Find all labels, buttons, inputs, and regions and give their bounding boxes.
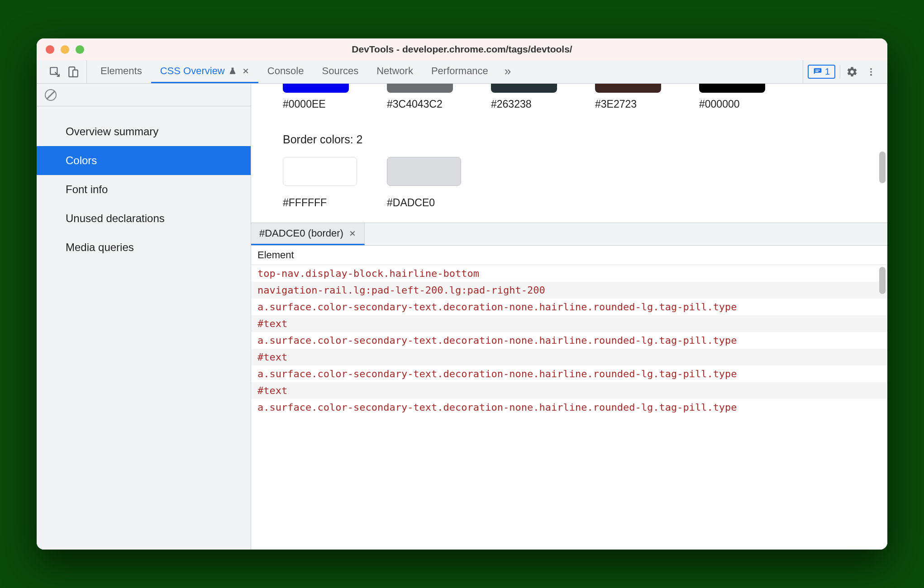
color-hex-label: #DADCE0: [387, 197, 435, 209]
tab-css-overview[interactable]: CSS Overview: [151, 60, 258, 83]
details-tab[interactable]: #DADCE0 (border): [251, 223, 365, 245]
color-swatch[interactable]: [699, 84, 765, 93]
color-swatch[interactable]: [283, 84, 349, 93]
zoom-window-button[interactable]: [76, 45, 84, 54]
sidebar-item-media-queries[interactable]: Media queries: [37, 233, 251, 262]
sidebar-item-label: Media queries: [66, 241, 134, 253]
close-tab-icon[interactable]: [242, 67, 249, 75]
color-hex-label: #0000EE: [283, 98, 326, 110]
border-colors-title: Border colors: 2: [283, 133, 856, 146]
tab-label: Sources: [322, 65, 358, 77]
element-row[interactable]: a.surface.color-secondary-text.decoratio…: [251, 299, 887, 315]
divider: [840, 65, 840, 79]
close-window-button[interactable]: [46, 45, 54, 54]
border-swatch[interactable]: [387, 157, 461, 186]
color-swatch-item: #000000: [699, 84, 765, 110]
color-swatch[interactable]: [595, 84, 661, 93]
tab-elements[interactable]: Elements: [91, 60, 151, 83]
minimize-window-button[interactable]: [61, 45, 69, 54]
color-hex-label: #3E2723: [595, 98, 637, 110]
border-swatch-item: #DADCE0: [387, 157, 461, 209]
element-row[interactable]: a.surface.color-secondary-text.decoratio…: [251, 332, 887, 349]
css-overview-sidebar: Overview summary Colors Font info Unused…: [37, 84, 251, 550]
window-title: DevTools - developer.chrome.com/tags/dev…: [37, 44, 887, 55]
element-row[interactable]: top-nav.display-block.hairline-bottom: [251, 265, 887, 282]
svg-rect-2: [73, 70, 78, 76]
border-swatch-item: #FFFFFF: [283, 157, 357, 209]
element-row[interactable]: #text: [251, 315, 887, 332]
color-hex-label: #FFFFFF: [283, 197, 327, 209]
main-toolbar: Elements CSS Overview Console Sources Ne…: [37, 60, 887, 84]
traffic-lights: [46, 45, 84, 54]
sidebar-item-font-info[interactable]: Font info: [37, 175, 251, 204]
panel-tabs: Elements CSS Overview Console Sources Ne…: [87, 60, 803, 83]
color-hex-label: #263238: [491, 98, 532, 110]
sidebar-header: [37, 84, 251, 106]
tab-label: CSS Overview: [160, 65, 225, 77]
issues-count: 1: [825, 66, 830, 77]
details-column-header: Element: [251, 246, 887, 265]
colors-content: #0000EE #3C4043C2 #263238 #3E2723: [251, 84, 887, 223]
color-swatch[interactable]: [387, 84, 453, 93]
titlebar: DevTools - developer.chrome.com/tags/dev…: [37, 38, 887, 60]
tab-label: Performance: [431, 65, 488, 77]
svg-rect-4: [815, 71, 819, 72]
color-hex-label: #3C4043C2: [387, 98, 443, 110]
color-swatch-row: #0000EE #3C4043C2 #263238 #3E2723: [283, 84, 856, 110]
svg-point-6: [870, 71, 872, 73]
color-hex-label: #000000: [699, 98, 740, 110]
issues-icon: [813, 67, 822, 76]
tab-network[interactable]: Network: [367, 60, 422, 83]
toolbar-left-group: [41, 60, 87, 83]
tab-label: Console: [267, 65, 304, 77]
sidebar-item-unused-declarations[interactable]: Unused declarations: [37, 204, 251, 233]
details-tab-label: #DADCE0 (border): [259, 228, 343, 239]
devtools-window: DevTools - developer.chrome.com/tags/dev…: [37, 38, 887, 550]
element-row[interactable]: #text: [251, 349, 887, 365]
color-swatch-item: #3E2723: [595, 84, 661, 110]
device-toolbar-icon[interactable]: [66, 65, 80, 79]
element-row[interactable]: a.surface.color-secondary-text.decoratio…: [251, 399, 887, 416]
tab-console[interactable]: Console: [258, 60, 313, 83]
svg-point-5: [870, 68, 872, 70]
details-tabbar: #DADCE0 (border): [251, 223, 887, 246]
color-swatch[interactable]: [491, 84, 557, 93]
content-panel: #0000EE #3C4043C2 #263238 #3E2723: [251, 84, 887, 550]
tab-performance[interactable]: Performance: [422, 60, 497, 83]
color-swatch-item: #263238: [491, 84, 557, 110]
border-swatch[interactable]: [283, 157, 357, 186]
sidebar-item-colors[interactable]: Colors: [37, 146, 251, 175]
chevron-double-right-icon: »: [505, 64, 511, 78]
tab-sources[interactable]: Sources: [313, 60, 367, 83]
details-scrollbar[interactable]: [879, 267, 886, 294]
close-icon[interactable]: [349, 230, 356, 237]
sidebar-item-label: Colors: [66, 154, 97, 166]
sidebar-item-label: Unused declarations: [66, 212, 165, 224]
settings-icon[interactable]: [845, 65, 859, 79]
toolbar-right-group: 1: [803, 60, 883, 83]
flask-icon: [229, 67, 237, 75]
svg-rect-3: [815, 70, 820, 71]
element-row[interactable]: a.surface.color-secondary-text.decoratio…: [251, 365, 887, 382]
clear-icon[interactable]: [45, 89, 57, 101]
sidebar-item-label: Overview summary: [66, 125, 158, 138]
tab-label: Network: [376, 65, 413, 77]
sidebar-item-label: Font info: [66, 183, 108, 195]
border-swatch-row: #FFFFFF #DADCE0: [283, 157, 856, 209]
content-scrollbar[interactable]: [879, 152, 886, 183]
color-swatch-item: #3C4043C2: [387, 84, 453, 110]
more-tabs-button[interactable]: »: [497, 60, 518, 83]
inspect-element-icon[interactable]: [48, 65, 62, 79]
svg-point-7: [870, 74, 872, 76]
sidebar-list: Overview summary Colors Font info Unused…: [37, 106, 251, 262]
color-swatch-item: #0000EE: [283, 84, 349, 110]
issues-badge[interactable]: 1: [808, 65, 835, 79]
sidebar-item-overview-summary[interactable]: Overview summary: [37, 117, 251, 146]
kebab-menu-icon[interactable]: [864, 65, 878, 79]
element-row[interactable]: #text: [251, 382, 887, 399]
element-row[interactable]: navigation-rail.lg:pad-left-200.lg:pad-r…: [251, 282, 887, 299]
details-panel: #DADCE0 (border) Element top-nav.display…: [251, 223, 887, 550]
main-area: Overview summary Colors Font info Unused…: [37, 84, 887, 550]
tab-label: Elements: [100, 65, 142, 77]
element-list: top-nav.display-block.hairline-bottom na…: [251, 265, 887, 550]
